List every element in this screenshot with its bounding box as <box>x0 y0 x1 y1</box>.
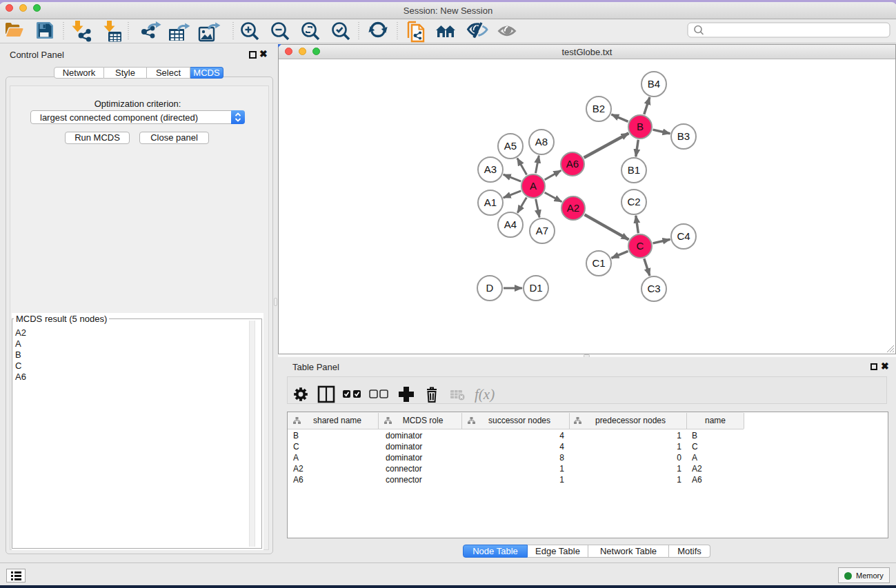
svg-text:A2: A2 <box>692 464 702 474</box>
svg-text:A3: A3 <box>484 163 497 175</box>
svg-text:D: D <box>486 282 494 294</box>
svg-text:C3: C3 <box>647 283 660 294</box>
svg-text:4: 4 <box>559 442 564 452</box>
svg-text:A6: A6 <box>566 158 579 170</box>
svg-text:A2: A2 <box>567 202 579 214</box>
svg-text:1: 1 <box>677 464 681 474</box>
svg-text:B: B <box>692 431 697 440</box>
svg-text:A: A <box>530 180 537 192</box>
svg-text:predecessor nodes: predecessor nodes <box>595 416 666 425</box>
svg-text:C: C <box>293 442 299 452</box>
svg-text:connector: connector <box>386 475 422 485</box>
svg-text:1: 1 <box>677 431 681 440</box>
svg-text:MCDS role: MCDS role <box>403 416 444 425</box>
svg-text:1: 1 <box>559 475 564 485</box>
svg-text:A6: A6 <box>293 475 303 485</box>
svg-text:4: 4 <box>559 431 564 440</box>
svg-text:dominator: dominator <box>386 453 422 463</box>
svg-text:C1: C1 <box>592 257 605 269</box>
svg-text:A8: A8 <box>535 136 548 148</box>
svg-text:A7: A7 <box>536 225 548 236</box>
svg-text:1: 1 <box>677 442 681 452</box>
svg-text:B2: B2 <box>593 103 605 114</box>
svg-text:connector: connector <box>386 464 422 474</box>
svg-text:8: 8 <box>559 453 564 463</box>
svg-text:A: A <box>293 453 299 463</box>
svg-text:B1: B1 <box>628 164 640 176</box>
svg-text:C: C <box>637 240 644 252</box>
svg-text:successor nodes: successor nodes <box>488 416 550 425</box>
svg-text:name: name <box>705 416 726 425</box>
svg-text:1: 1 <box>677 475 681 485</box>
svg-text:dominator: dominator <box>386 442 422 452</box>
svg-text:A6: A6 <box>692 475 702 485</box>
svg-text:A1: A1 <box>484 196 497 208</box>
svg-text:1: 1 <box>559 464 564 474</box>
svg-text:D1: D1 <box>529 282 542 294</box>
svg-text:A2: A2 <box>293 464 303 474</box>
svg-text:B: B <box>637 121 644 132</box>
svg-text:C2: C2 <box>627 196 640 207</box>
svg-text:B: B <box>293 431 299 440</box>
svg-text:f(x): f(x) <box>475 386 495 403</box>
svg-text:0: 0 <box>677 453 681 463</box>
svg-text:A: A <box>692 453 697 463</box>
svg-text:A5: A5 <box>504 140 517 152</box>
svg-text:shared name: shared name <box>313 416 361 425</box>
svg-text:B4: B4 <box>648 78 660 90</box>
svg-text:C4: C4 <box>677 230 690 242</box>
svg-text:C: C <box>692 442 698 452</box>
svg-text:B3: B3 <box>677 130 690 142</box>
svg-text:A4: A4 <box>504 219 517 230</box>
svg-text:dominator: dominator <box>386 431 422 440</box>
